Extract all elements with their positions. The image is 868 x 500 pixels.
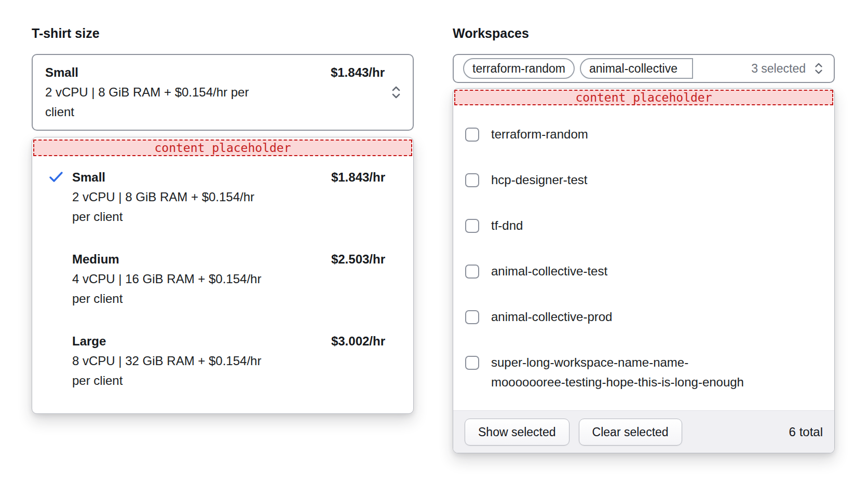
tshirt-size-label: T-shirt size [32,26,414,40]
option-title: Small [72,168,105,187]
workspace-checkbox[interactable] [465,219,479,233]
option-price: $3.002/hr [331,331,385,351]
workspace-checkbox[interactable] [465,173,479,187]
option-title: Large [72,331,106,351]
option-description: 8 vCPU | 32 GiB RAM + $0.154/hr per clie… [72,354,261,387]
workspace-option-animal-collective-test[interactable]: animal-collective-test [465,248,822,294]
workspace-checkbox[interactable] [465,310,479,324]
workspaces-dropdown: content placeholder terraform-random hcp… [453,88,835,453]
pill-terraform-random: terraform-random [463,58,575,79]
workspace-option-label: super-long-workspace-name-name- moooooor… [491,353,744,392]
option-title: Medium [72,249,119,269]
workspaces-field: Workspaces terraform-random animal-colle… [453,26,835,453]
pill-animal-collective: animal-collective [580,58,693,79]
check-spacer [49,249,72,253]
show-selected-button[interactable]: Show selected [465,419,569,446]
workspace-option-super-long-workspace[interactable]: super-long-workspace-name-name- moooooor… [465,340,822,405]
workspaces-label: Workspaces [453,26,835,40]
workspace-option-terraform-random[interactable]: terraform-random [465,112,822,157]
workspace-option-hcp-designer-test[interactable]: hcp-designer-test [465,157,822,203]
tshirt-size-field: T-shirt size Small 2 vCPU | 8 GiB RAM + … [32,26,414,414]
workspace-option-animal-collective-prod[interactable]: animal-collective-prod [465,294,822,340]
workspace-option-label: terraform-random [491,124,588,144]
option-price: $2.503/hr [331,249,385,269]
option-large[interactable]: Large $3.002/hr 8 vCPU | 32 GiB RAM + $0… [32,320,413,402]
selected-count-text: 3 selected [751,62,806,76]
option-price: $1.843/hr [331,168,385,187]
clear-selected-button[interactable]: Clear selected [579,419,682,446]
check-icon [49,168,72,183]
chevrons-updown-icon [390,85,402,100]
selected-option-price: $1.843/hr [331,63,385,82]
workspace-option-list: terraform-random hcp-designer-test tf-dn… [453,105,834,410]
workspace-option-label: animal-collective-test [491,261,607,281]
option-small[interactable]: Small $1.843/hr 2 vCPU | 8 GiB RAM + $0.… [32,156,413,238]
tshirt-size-select-trigger[interactable]: Small 2 vCPU | 8 GiB RAM + $0.154/hr per… [32,54,414,131]
dropdown-footer: Show selected Clear selected 6 total [453,410,834,453]
workspace-option-label: tf-dnd [491,216,523,235]
option-description: 2 vCPU | 8 GiB RAM + $0.154/hr per clien… [72,190,254,224]
tshirt-size-dropdown: content placeholder Small $1.843/hr 2 vC… [32,137,414,414]
content-placeholder-banner: content placeholder [33,140,412,156]
workspace-checkbox[interactable] [465,128,479,142]
chevrons-updown-icon [813,61,824,76]
selected-option-description: 2 vCPU | 8 GiB RAM + $0.154/hr per clien… [45,82,326,122]
total-count-text: 6 total [789,425,823,439]
content-placeholder-banner: content placeholder [454,90,833,105]
workspace-option-tf-dnd[interactable]: tf-dnd [465,203,822,248]
option-description: 4 vCPU | 16 GiB RAM + $0.154/hr per clie… [72,272,261,305]
workspace-option-label: hcp-designer-test [491,170,587,190]
workspaces-multiselect-trigger[interactable]: terraform-random animal-collective 3 sel… [453,54,835,83]
workspace-option-label: animal-collective-prod [491,307,612,327]
workspace-checkbox[interactable] [465,265,479,279]
check-spacer [49,331,72,335]
workspace-checkbox[interactable] [465,356,479,370]
option-medium[interactable]: Medium $2.503/hr 4 vCPU | 16 GiB RAM + $… [32,238,413,320]
